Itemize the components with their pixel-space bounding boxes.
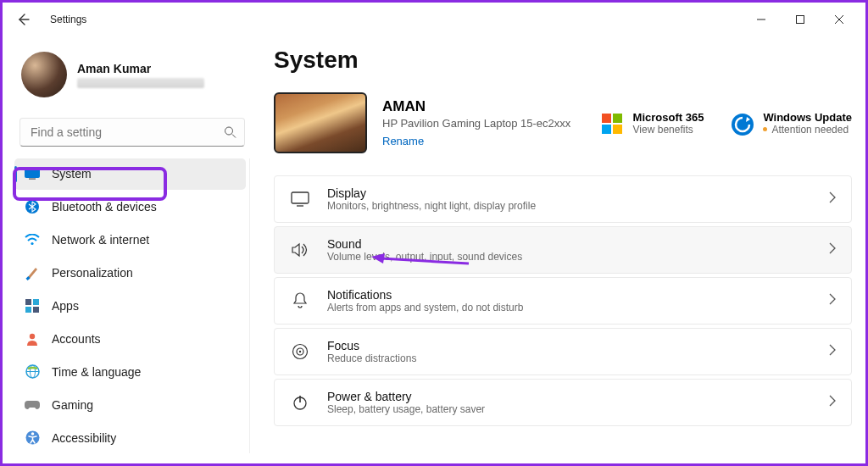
- device-name: AMAN: [382, 98, 570, 115]
- card-title: Power & battery: [327, 390, 485, 403]
- card-title: Notifications: [327, 288, 523, 302]
- attention-dot-icon: [763, 127, 767, 131]
- svg-rect-1: [797, 16, 804, 24]
- search-input[interactable]: [19, 118, 245, 147]
- chevron-right-icon: [829, 293, 836, 308]
- chevron-right-icon: [829, 344, 836, 359]
- window-title: Settings: [50, 14, 86, 25]
- game-icon: [25, 397, 40, 413]
- sidebar-item-system[interactable]: System: [14, 158, 246, 190]
- svg-rect-14: [33, 307, 39, 313]
- sidebar-item-label: Gaming: [52, 398, 93, 412]
- rename-link[interactable]: Rename: [382, 135, 570, 147]
- power-icon: [290, 392, 310, 413]
- nav-list: System Bluetooth & devices Network & int…: [14, 158, 250, 453]
- system-icon: [25, 166, 40, 181]
- person-icon: [25, 331, 40, 347]
- focus-icon: [290, 341, 310, 362]
- minimize-icon: [757, 15, 765, 24]
- apps-icon: [25, 298, 40, 313]
- card-sub: Sleep, battery usage, battery saver: [327, 403, 485, 415]
- svg-rect-13: [25, 307, 31, 313]
- window-controls: [742, 6, 859, 33]
- sidebar-item-label: System: [52, 167, 92, 180]
- sidebar: Aman Kumar System Bluetooth & devices Ne…: [3, 36, 257, 463]
- card-power[interactable]: Power & battery Sleep, battery usage, ba…: [274, 379, 852, 426]
- sidebar-item-label: Accessibility: [52, 431, 116, 445]
- avatar: [21, 52, 67, 97]
- svg-rect-22: [613, 114, 622, 123]
- bell-icon: [290, 291, 310, 311]
- brush-icon: [25, 265, 40, 280]
- sidebar-item-accessibility[interactable]: Accessibility: [14, 422, 246, 453]
- arrow-left-icon: [16, 13, 30, 26]
- display-icon: [290, 189, 310, 209]
- sound-icon: [290, 240, 310, 260]
- maximize-button[interactable]: [781, 6, 820, 33]
- sidebar-item-label: Bluetooth & devices: [52, 200, 157, 214]
- accessibility-icon: [25, 430, 40, 446]
- promo-windows-update[interactable]: Windows Update Attention needed: [731, 111, 852, 136]
- card-focus[interactable]: Focus Reduce distractions: [274, 328, 852, 375]
- promo-sub: View benefits: [633, 124, 704, 136]
- card-sub: Monitors, brightness, night light, displ…: [327, 200, 536, 212]
- svg-point-30: [299, 351, 301, 352]
- sidebar-item-label: Apps: [52, 299, 79, 313]
- chevron-right-icon: [829, 395, 836, 410]
- main-content: System AMAN HP Pavilion Gaming Laptop 15…: [257, 36, 865, 463]
- card-display[interactable]: Display Monitors, brightness, night ligh…: [274, 175, 852, 223]
- bluetooth-icon: [25, 199, 40, 214]
- sidebar-item-label: Accounts: [52, 332, 101, 346]
- svg-point-9: [31, 242, 33, 245]
- sidebar-item-apps[interactable]: Apps: [14, 291, 246, 322]
- card-title: Display: [327, 186, 536, 200]
- profile-email-blurred: [77, 78, 204, 88]
- m365-icon: [601, 113, 623, 135]
- device-model: HP Pavilion Gaming Laptop 15-ec2xxx: [382, 117, 570, 130]
- device-row: AMAN HP Pavilion Gaming Laptop 15-ec2xxx…: [274, 92, 852, 153]
- promo-m365[interactable]: Microsoft 365 View benefits: [601, 111, 704, 136]
- sidebar-item-label: Personalization: [52, 266, 133, 280]
- svg-rect-11: [25, 299, 31, 305]
- close-button[interactable]: [820, 6, 859, 33]
- sidebar-item-label: Time & language: [52, 365, 141, 379]
- sidebar-item-network[interactable]: Network & internet: [14, 225, 246, 256]
- chevron-right-icon: [829, 191, 836, 207]
- card-title: Focus: [327, 339, 416, 352]
- card-title: Sound: [327, 237, 522, 251]
- svg-rect-6: [25, 169, 40, 178]
- profile-name: Aman Kumar: [77, 62, 204, 75]
- back-button[interactable]: [9, 6, 36, 33]
- svg-point-20: [31, 432, 34, 435]
- card-notifications[interactable]: Notifications Alerts from apps and syste…: [274, 277, 852, 325]
- card-sub: Alerts from apps and system, do not dist…: [327, 302, 523, 313]
- promo-title: Microsoft 365: [633, 111, 704, 124]
- chevron-right-icon: [829, 242, 836, 258]
- sidebar-item-label: Network & internet: [52, 233, 149, 247]
- card-sub: Reduce distractions: [327, 352, 416, 364]
- promo-title: Windows Update: [763, 111, 852, 124]
- svg-rect-26: [292, 192, 309, 203]
- sidebar-item-bluetooth[interactable]: Bluetooth & devices: [14, 191, 246, 223]
- promo-sub: Attention needed: [763, 124, 852, 136]
- page-title: System: [274, 47, 852, 74]
- svg-rect-7: [29, 179, 36, 180]
- profile-block[interactable]: Aman Kumar: [14, 47, 250, 104]
- sidebar-item-personalization[interactable]: Personalization: [14, 258, 246, 289]
- minimize-button[interactable]: [742, 6, 781, 33]
- globe-icon: [25, 364, 40, 380]
- card-sub: Volume levels, output, input, sound devi…: [327, 251, 522, 263]
- sidebar-item-gaming[interactable]: Gaming: [14, 389, 246, 420]
- wifi-icon: [25, 232, 40, 247]
- settings-cards: Display Monitors, brightness, night ligh…: [274, 175, 852, 426]
- svg-point-15: [30, 334, 35, 339]
- update-icon: [731, 113, 753, 135]
- svg-rect-24: [613, 125, 622, 134]
- sidebar-item-accounts[interactable]: Accounts: [14, 323, 246, 354]
- card-sound[interactable]: Sound Volume levels, output, input, soun…: [274, 226, 852, 274]
- sidebar-item-time-language[interactable]: Time & language: [14, 356, 246, 387]
- svg-rect-23: [602, 125, 611, 134]
- svg-rect-21: [602, 114, 611, 123]
- device-thumbnail: [274, 92, 367, 153]
- maximize-icon: [796, 15, 804, 24]
